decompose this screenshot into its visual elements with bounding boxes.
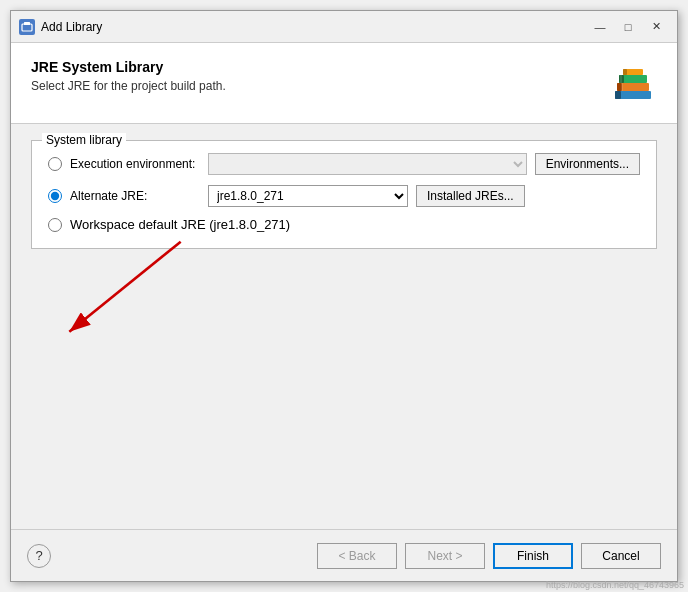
back-button[interactable]: < Back — [317, 543, 397, 569]
alternate-jre-dropdown[interactable]: jre1.8.0_271 — [208, 185, 408, 207]
svg-rect-9 — [623, 69, 627, 75]
alternate-jre-radio[interactable] — [48, 189, 62, 203]
svg-rect-0 — [22, 24, 32, 31]
workspace-jre-label: Workspace default JRE (jre1.8.0_271) — [70, 217, 290, 232]
installed-jres-button[interactable]: Installed JREs... — [416, 185, 525, 207]
add-library-dialog: Add Library — □ ✕ JRE System Library Sel… — [10, 10, 678, 582]
execution-env-row: Execution environment: Environments... — [48, 153, 640, 175]
execution-env-radio[interactable] — [48, 157, 62, 171]
svg-rect-1 — [24, 22, 30, 25]
minimize-button[interactable]: — — [587, 17, 613, 37]
workspace-jre-row: Workspace default JRE (jre1.8.0_271) — [48, 217, 640, 232]
title-bar-controls: — □ ✕ — [587, 17, 669, 37]
alternate-jre-row: Alternate JRE: jre1.8.0_271 Installed JR… — [48, 185, 640, 207]
svg-rect-3 — [615, 91, 621, 99]
header-title: JRE System Library — [31, 59, 593, 75]
execution-env-dropdown[interactable] — [208, 153, 527, 175]
footer-buttons: < Back Next > Finish Cancel — [317, 543, 661, 569]
svg-line-13 — [69, 242, 180, 332]
workspace-jre-radio[interactable] — [48, 218, 62, 232]
svg-rect-7 — [619, 75, 624, 83]
header-subtitle: Select JRE for the project build path. — [31, 79, 593, 93]
dialog-title: Add Library — [41, 20, 581, 34]
finish-button[interactable]: Finish — [493, 543, 573, 569]
title-bar: Add Library — □ ✕ — [11, 11, 677, 43]
group-label: System library — [42, 133, 126, 147]
svg-rect-5 — [617, 83, 622, 91]
watermark: https://blog.csdn.net/qq_46743965 — [546, 580, 684, 590]
maximize-button[interactable]: □ — [615, 17, 641, 37]
execution-env-label: Execution environment: — [70, 157, 200, 171]
header-text: JRE System Library Select JRE for the pr… — [31, 59, 593, 93]
close-button[interactable]: ✕ — [643, 17, 669, 37]
footer: ? < Back Next > Finish Cancel — [11, 529, 677, 581]
next-button[interactable]: Next > — [405, 543, 485, 569]
cancel-button[interactable]: Cancel — [581, 543, 661, 569]
content-section: System library Execution environment: En… — [11, 124, 677, 529]
books-icon — [609, 59, 657, 107]
environments-button[interactable]: Environments... — [535, 153, 640, 175]
header-section: JRE System Library Select JRE for the pr… — [11, 43, 677, 124]
help-button[interactable]: ? — [27, 544, 51, 568]
alternate-jre-label: Alternate JRE: — [70, 189, 200, 203]
system-library-group: System library Execution environment: En… — [31, 140, 657, 249]
dialog-icon — [19, 19, 35, 35]
